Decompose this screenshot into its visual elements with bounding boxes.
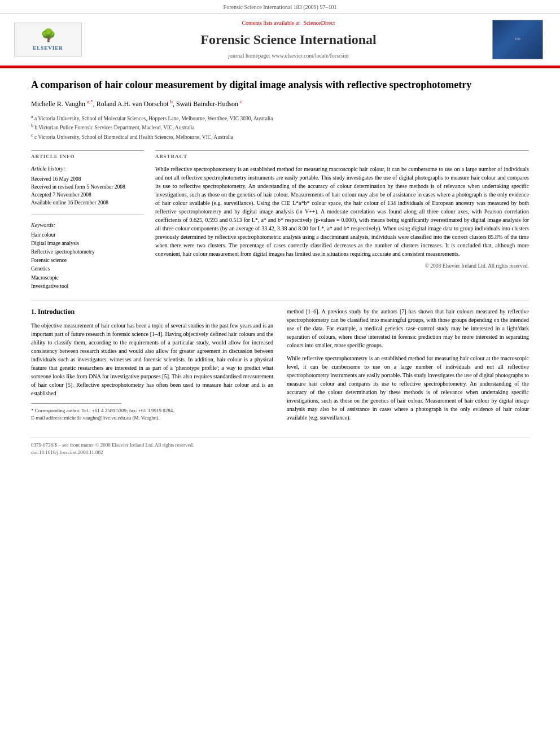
keyword-0: Hair colour <box>31 231 144 239</box>
journal-header: 🌳 ELSEVIER Contents lists available at S… <box>0 14 560 67</box>
journal-title-area: Contents lists available at ScienceDirec… <box>85 19 492 60</box>
journal-cover-image: FSI <box>492 20 543 59</box>
footnote-divider <box>31 403 121 404</box>
revised-date: Received in revised form 5 November 2008 <box>31 183 144 191</box>
footnote-corresponding: * Corresponding author. Tel.: +61 4 2580… <box>31 407 273 422</box>
publisher-logo: 🌳 ELSEVIER <box>11 23 85 56</box>
contents-label: Contents lists available at <box>242 20 299 26</box>
copyright-line: © 2008 Elsevier Ireland Ltd. All rights … <box>155 263 529 270</box>
available-date: Available online 16 December 2008 <box>31 199 144 207</box>
abstract-label: ABSTRACT <box>155 150 529 160</box>
keyword-4: Genetics <box>31 265 144 273</box>
info-divider <box>31 214 144 215</box>
intro-paragraph-right2: While reflective spectrophotometry is an… <box>287 354 529 422</box>
footer-area: 0379-0738/$ – see front matter © 2008 El… <box>31 438 529 456</box>
journal-homepage: journal homepage: www.elsevier.com/locat… <box>96 52 481 60</box>
intro-heading: 1. Introduction <box>31 307 273 317</box>
author2: Roland A.H. van Oorschot b <box>97 100 173 108</box>
affiliation-c: c c Victoria University, School of Biome… <box>31 132 529 141</box>
elsevier-box: 🌳 ELSEVIER <box>14 23 82 56</box>
received-date: Received 16 May 2008 <box>31 175 144 183</box>
article-info-abstract: ARTICLE INFO Article history: Received 1… <box>31 150 529 291</box>
paper-title: A comparison of hair colour measurement … <box>31 78 529 91</box>
journal-title: Forensic Science International <box>96 30 481 50</box>
abstract-col: ABSTRACT While reflective spectrophotome… <box>155 150 529 291</box>
abstract-text: While reflective spectrophotometry is an… <box>155 165 529 258</box>
footnote-tel: * Corresponding author. Tel.: +61 4 2580… <box>31 407 273 415</box>
elsevier-label: ELSEVIER <box>33 45 63 52</box>
authors-line: Michelle R. Vaughn a,*, Roland A.H. van … <box>31 98 529 109</box>
author1: Michelle R. Vaughn a,* <box>31 100 93 108</box>
body-content: 1. Introduction The objective measuremen… <box>31 307 529 426</box>
intro-paragraph-right1: method [1–6]. A previous study by the au… <box>287 307 529 350</box>
keyword-6: Investigative tool <box>31 282 144 291</box>
affiliations: a a Victoria University, School of Molec… <box>31 113 529 141</box>
article-info-col: ARTICLE INFO Article history: Received 1… <box>31 150 144 291</box>
keyword-2: Reflective spectrophotometry <box>31 248 144 256</box>
journal-citation: Forensic Science International 183 (2009… <box>0 0 560 14</box>
contents-available: Contents lists available at ScienceDirec… <box>96 19 481 27</box>
footer-doi: doi:10.1016/j.forsciint.2008.11.002 <box>31 449 529 456</box>
sciencedirect-link[interactable]: ScienceDirect <box>303 20 335 26</box>
author3: Swati Baindur-Hudson c <box>176 100 242 108</box>
citation-text: Forensic Science International 183 (2009… <box>224 4 337 10</box>
keyword-5: Macroscopic <box>31 274 144 282</box>
keywords-section: Keywords: Hair colour Digital image anal… <box>31 221 144 291</box>
footnote-email: E-mail address: michelle.vaughn@live.vu.… <box>31 414 273 422</box>
affiliation-a: a a Victoria University, School of Molec… <box>31 113 529 123</box>
article-history: Article history: Received 16 May 2008 Re… <box>31 165 144 207</box>
elsevier-logo-area: 🌳 ELSEVIER <box>11 23 85 56</box>
body-right-col: method [1–6]. A previous study by the au… <box>287 307 529 426</box>
history-title: Article history: <box>31 165 144 173</box>
keyword-3: Forensic science <box>31 256 144 265</box>
journal-cover-area: FSI <box>492 20 549 59</box>
body-left-col: 1. Introduction The objective measuremen… <box>31 307 273 426</box>
intro-paragraph1: The objective measurement of hair colour… <box>31 321 273 397</box>
accepted-date: Accepted 7 November 2008 <box>31 191 144 199</box>
affiliation-b: b b Victorian Police Forensic Services D… <box>31 123 529 132</box>
keyword-1: Digital image analysis <box>31 239 144 248</box>
paper-content: A comparison of hair colour measurement … <box>0 68 560 468</box>
article-info-label: ARTICLE INFO <box>31 150 144 160</box>
footer-issn: 0379-0738/$ – see front matter © 2008 El… <box>31 442 529 449</box>
tree-icon: 🌳 <box>41 27 56 45</box>
keywords-label: Keywords: <box>31 221 144 229</box>
main-divider <box>31 300 529 300</box>
